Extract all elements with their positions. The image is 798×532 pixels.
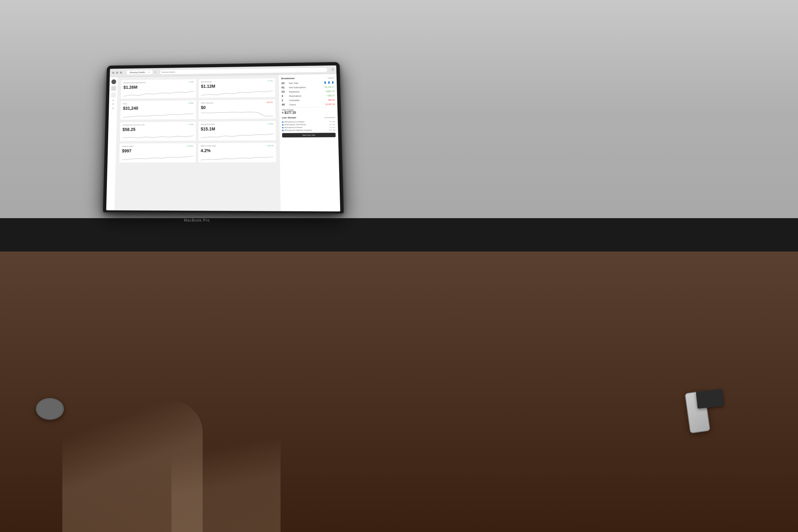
mrr-sparkline [123, 90, 194, 97]
live-stream-item-1: $149 paid by That Person 6m ago [282, 124, 335, 126]
arr-label: Annual Run Rate [201, 124, 215, 125]
ltv-value: $997 [122, 148, 193, 153]
close-dot [112, 72, 114, 74]
net-revenue-sparkline [201, 89, 273, 96]
metric-other-revenue: Other Revenue ↓ 100.0% $0 [198, 99, 276, 119]
arr-sparkline [201, 132, 273, 139]
metric-ltv: Lifetime Value + 16.2% $997 [119, 143, 196, 163]
live-stream-item-3: $29 payment failed by Company 10m ago [282, 129, 336, 131]
live-stream-filter[interactable]: Everything ▾ [324, 116, 335, 118]
live-time-0: 6m ago [329, 120, 336, 122]
exp-count: 23 [282, 90, 288, 93]
new-tab-icon[interactable]: + [154, 71, 156, 74]
live-time-1: 6m ago [329, 124, 336, 125]
person-icon-3: 👤 [331, 81, 334, 84]
macbook-label: MacBook Pro [184, 218, 210, 223]
churn-value: $1,987.09 [325, 103, 335, 105]
trials-label: New Trials [289, 82, 323, 84]
live-stream-item-2: $29 paid by A Person 8m ago [282, 126, 336, 128]
metric-fees: Fees + 8.5% $31,240 [120, 100, 196, 120]
laptop: Revenue Dashb... × + Revenue Dashb... ⚙ … [103, 62, 344, 227]
mrr-growth-sparkline [201, 154, 274, 160]
other-revenue-sparkline [201, 111, 273, 117]
live-text-3: $29 payment failed by Company [285, 129, 312, 131]
person-icon-1: 👤 [324, 81, 327, 84]
right-panel: Breakdown Today ▾ 23 New Trials 👤 👤 👤 [278, 74, 340, 211]
react-count: 3 [282, 94, 288, 98]
mrr-growth-value: 4.2% [201, 148, 274, 153]
subs-count: 41 [282, 86, 288, 89]
breakdown-row-subscriptions: 41 New Subscriptions + $1,224.17 [282, 86, 335, 89]
net-revenue-label: Net Revenue [201, 81, 212, 82]
contr-value: $90.00 [328, 99, 335, 101]
start-trial-button[interactable]: Start Free Trial [282, 133, 336, 137]
main-content: Monthly Recurring Revenue + 3.9% $1.26M [115, 75, 280, 211]
sidebar-icon-refresh[interactable] [111, 79, 116, 84]
breakdown-row-churns: 45 Churns $1,987.09 [282, 102, 335, 106]
sidebar-icon-chart[interactable] [111, 86, 116, 91]
other-revenue-change: ↓ 100.0% [265, 101, 273, 103]
subs-value: + $1,224.17 [323, 86, 334, 88]
fees-change: + 8.5% [188, 102, 194, 104]
dashboard: A $ { } Monthly Recurring Revenue + 3.9% [106, 74, 340, 211]
react-value: + $92.37 [326, 94, 335, 97]
arr-change: + 3.9% [267, 123, 273, 125]
live-text-0: $29 paid by A Company [284, 121, 304, 123]
ltv-sparkline [122, 154, 193, 160]
live-stream-item-0: $29 paid by A Company 6m ago [282, 120, 335, 123]
hands-right [171, 414, 281, 532]
coffee-cup [36, 398, 64, 420]
fees-sparkline [123, 111, 194, 118]
settings-icon[interactable]: ⚙ [332, 68, 334, 71]
churn-count: 45 [282, 103, 288, 106]
start-trial-label: Start Free Trial [302, 134, 315, 136]
url-text: Revenue Dashb... [162, 71, 176, 73]
contr-label: Contraction [289, 99, 327, 101]
mrr-value: $1.26M [124, 84, 194, 90]
live-dot-2 [282, 127, 284, 128]
live-time-3: 10m ago [328, 129, 336, 131]
live-dot-1 [282, 124, 284, 126]
ltv-label: Lifetime Value [122, 145, 134, 147]
live-time-2: 8m ago [329, 126, 336, 128]
url-bar[interactable]: Revenue Dashb... [160, 68, 327, 74]
fees-label: Fees [123, 103, 127, 105]
trials-icons: 👤 👤 👤 [324, 81, 335, 84]
breakdown-row-contraction: 1 Contraction $90.00 [282, 98, 335, 102]
react-label: Reactivations [289, 94, 325, 97]
live-stream-title: Live Stream [282, 116, 296, 119]
metric-net-revenue: Net Revenue + 7.7% $1.12M [198, 78, 276, 98]
net-revenue-change: + 7.7% [267, 80, 273, 82]
fees-value: $31,240 [123, 105, 193, 111]
mrr-label: Monthly Recurring Revenue [124, 82, 146, 84]
sidebar-icon-list[interactable] [111, 93, 116, 98]
metric-arpu: Average Revenue Per User + 1.0% $58.25 [119, 121, 196, 141]
arpu-sparkline [122, 133, 193, 139]
net-revenue-value: $1.12M [201, 83, 273, 89]
exp-value: + $837.70 [325, 90, 335, 92]
live-stream-header: Live Stream Everything ▾ [282, 116, 335, 119]
browser-tab[interactable]: Revenue Dashb... × [127, 70, 153, 75]
breakdown-row-expansions: 23 Expansions + $837.70 [282, 90, 335, 93]
breakdown-filter[interactable]: Today ▾ [328, 77, 334, 79]
person-icon-2: 👤 [328, 81, 330, 84]
live-text-2: $29 paid by A Person [285, 127, 303, 128]
screen-area: Revenue Dashb... × + Revenue Dashb... ⚙ … [106, 65, 340, 212]
sidebar-icon-bracket[interactable]: { } [112, 107, 114, 109]
arpu-value: $58.25 [122, 127, 194, 132]
arpu-change: + 1.0% [188, 124, 194, 125]
exp-label: Expansions [289, 90, 324, 93]
breakdown-header: Breakdown Today ▾ [281, 76, 334, 80]
tab-close-icon[interactable]: × [148, 71, 150, 73]
churn-label: Churns [289, 103, 324, 106]
total-change-value: + $177.15 [282, 111, 335, 114]
live-stream-section: Live Stream Everything ▾ $29 paid by A C… [282, 116, 336, 137]
mrr-change: + 3.9% [188, 81, 194, 83]
sidebar-icon-a[interactable]: A [113, 99, 114, 101]
metric-arr: Annual Run Rate + 3.9% $15.1M [198, 120, 276, 141]
mrr-growth-label: MRR Growth Rate [201, 145, 216, 147]
ltv-change: + 16.2% [186, 145, 193, 147]
metric-mrr-growth: MRR Growth Rate + 33.7% 4.2% [198, 142, 277, 163]
sidebar-icon-dollar[interactable]: $ [113, 103, 114, 105]
breakdown-row-reactivations: 3 Reactivations + $92.37 [282, 94, 335, 98]
